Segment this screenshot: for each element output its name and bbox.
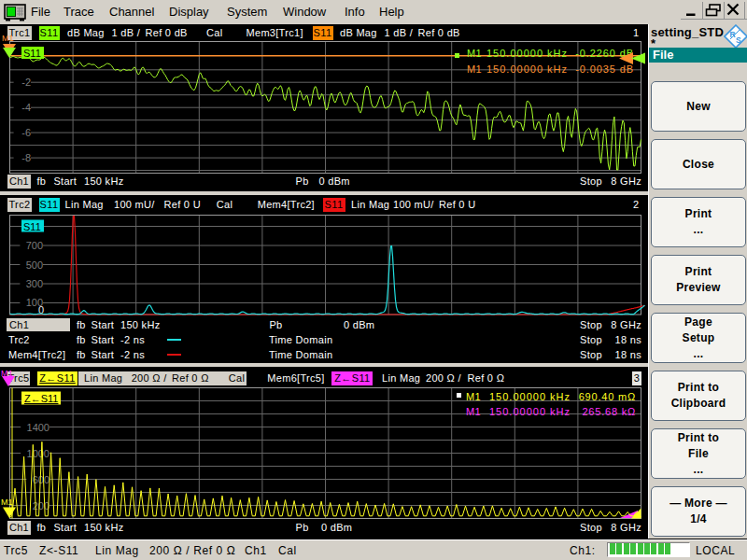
svg-text:265.68 kΩ: 265.68 kΩ [582,406,636,417]
svg-text:M1: M1 [467,63,482,75]
svg-text:150.00000 kHz: 150.00000 kHz [489,406,571,417]
svg-text:200: 200 [33,500,49,511]
svg-text:300: 300 [26,278,43,289]
svg-text:-8: -8 [21,152,31,163]
svg-text:M1: M1 [466,391,481,402]
svg-text:S11: S11 [23,221,41,232]
svg-text:M1: M1 [467,48,482,59]
svg-text:M1: M1 [1,497,13,507]
svg-text:150.00000 kHz: 150.00000 kHz [489,391,571,402]
svg-text:690.40 mΩ: 690.40 mΩ [579,391,636,402]
svg-text:-6: -6 [21,127,31,138]
svg-text:-4: -4 [21,102,31,113]
svg-text:500: 500 [26,259,43,271]
svg-text:M1: M1 [466,406,481,417]
svg-text:150.00000 kHz: 150.00000 kHz [486,63,568,75]
svg-text:-0.0035 dB: -0.0035 dB [575,63,634,75]
svg-text:700: 700 [26,240,43,251]
svg-text:1400: 1400 [27,422,49,433]
svg-text:1000: 1000 [27,448,49,459]
svg-text:S11: S11 [23,48,41,59]
svg-text:150.00000 kHz: 150.00000 kHz [486,48,568,59]
svg-text:Z←S11: Z←S11 [24,393,58,404]
svg-text:S: S [736,35,741,45]
svg-text:-2: -2 [21,77,31,88]
